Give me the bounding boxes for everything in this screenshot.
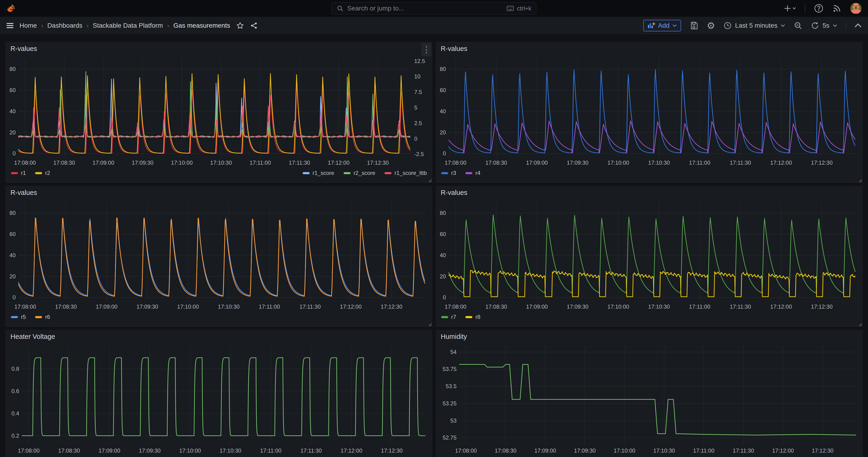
y-axis-tick-label: 52.75	[443, 434, 457, 441]
right-y-axis-tick-label: -2.5	[414, 151, 424, 157]
breadcrumb-dashboard-title[interactable]: Gas measurements	[174, 22, 230, 29]
chart-svg: 17:08:0017:08:3017:09:0017:09:3017:10:00…	[6, 199, 432, 311]
legend-swatch	[35, 316, 42, 318]
y-axis-tick-label: 40	[440, 252, 446, 258]
x-axis-tick-label: 17:08:00	[445, 304, 466, 310]
chart-svg: 17:08:0017:08:3017:09:0017:09:3017:10:00…	[436, 343, 862, 455]
toolbar-divider	[846, 21, 846, 30]
legend-item-r5[interactable]: r5	[11, 314, 26, 320]
y-axis-tick-label: 40	[9, 252, 16, 258]
dashboard-grid: R-values17:08:0017:08:3017:09:0017:09:30…	[6, 42, 862, 457]
help-icon[interactable]	[814, 4, 824, 13]
x-axis-tick-label: 17:10:30	[648, 159, 670, 166]
x-axis-tick-label: 17:11:00	[693, 448, 715, 454]
shortcut-label: ctrl+k	[517, 5, 531, 12]
panel-menu-button[interactable]	[422, 43, 431, 57]
panel-resize-handle[interactable]	[859, 323, 862, 326]
legend-item-r2_score[interactable]: r2_score	[344, 170, 375, 176]
panel-chart[interactable]: 17:08:0017:08:3017:09:0017:09:3017:10:00…	[6, 199, 432, 312]
zoom-out-time-icon[interactable]	[794, 21, 802, 30]
panel-chart[interactable]: 17:08:0017:08:3017:09:0017:09:3017:10:00…	[436, 55, 862, 168]
y-axis-tick-label: 53.5	[445, 383, 457, 389]
x-axis-tick-label: 17:11:00	[260, 448, 281, 454]
top-bar: Search or jump to... ctrl+k	[0, 0, 868, 17]
y-axis-tick-label: 80	[440, 66, 446, 72]
refresh-interval-label: 5s	[823, 22, 829, 29]
legend-item-r2[interactable]: r2	[35, 170, 50, 176]
legend-item-r8[interactable]: r8	[465, 314, 480, 320]
panel-0-r-values: R-values17:08:0017:08:3017:09:0017:09:30…	[6, 42, 432, 183]
kiosk-chevron-up-icon[interactable]	[855, 23, 862, 28]
legend-item-r1_score_lttb[interactable]: r1_score_lttb	[384, 170, 427, 176]
x-axis-tick-label: 17:09:30	[139, 448, 160, 454]
panel-chart[interactable]: 17:08:0017:08:3017:09:0017:09:3017:10:00…	[436, 199, 862, 312]
y-axis-tick-label: 0.2	[11, 433, 19, 439]
panel-4-heater-voltage: Heater Voltage17:08:0017:08:3017:09:0017…	[6, 330, 432, 457]
x-axis-tick-label: 17:10:00	[608, 304, 629, 310]
x-axis-tick-label: 17:09:30	[567, 304, 588, 310]
x-axis-tick-label: 17:08:30	[53, 159, 75, 166]
dashboard-settings-gear-icon[interactable]: ⚙	[707, 20, 715, 31]
breadcrumb-separator: ›	[87, 22, 89, 29]
y-axis-tick-label: 0.6	[11, 388, 19, 394]
breadcrumb-home[interactable]: Home	[20, 22, 37, 29]
series-line-r8	[448, 271, 855, 297]
x-axis-tick-label: 17:08:00	[455, 448, 477, 454]
y-axis-tick-label: 20	[440, 129, 446, 135]
legend-item-r1_score[interactable]: r1_score	[303, 170, 334, 176]
panel-legend: r3r4	[436, 168, 862, 183]
x-axis-tick-label: 17:11:30	[730, 304, 751, 310]
legend-item-r3[interactable]: r3	[441, 170, 456, 176]
news-rss-icon[interactable]	[832, 4, 841, 13]
y-axis-tick-label: 80	[440, 210, 446, 216]
panel-title[interactable]: R-values	[10, 45, 37, 53]
legend-item-r6[interactable]: r6	[35, 314, 50, 320]
panel-legend: r5r6	[6, 312, 432, 327]
panel-chart[interactable]: 17:08:0017:08:3017:09:0017:09:3017:10:00…	[6, 343, 432, 456]
x-axis-tick-label: 17:10:30	[218, 304, 240, 310]
legend-item-r7[interactable]: r7	[441, 314, 456, 320]
refresh-picker[interactable]: 5s	[811, 21, 837, 30]
add-panel-button[interactable]: Add	[643, 20, 681, 31]
breadcrumb-folder[interactable]: Stackable Data Platform	[93, 22, 163, 29]
mega-menu-button[interactable]	[6, 22, 13, 29]
legend-label: r7	[451, 314, 456, 320]
panel-title[interactable]: Heater Voltage	[10, 333, 55, 340]
x-axis-tick-label: 17:11:30	[730, 159, 751, 166]
x-axis-tick-label: 17:10:30	[210, 159, 232, 166]
breadcrumb-dashboards[interactable]: Dashboards	[47, 22, 82, 29]
panel-resize-handle[interactable]	[428, 323, 431, 326]
user-avatar[interactable]	[850, 3, 862, 14]
panel-chart[interactable]: 17:08:0017:08:3017:09:0017:09:3017:10:00…	[436, 343, 862, 456]
search-input[interactable]: Search or jump to... ctrl+k	[332, 2, 536, 14]
x-axis-tick-label: 17:10:00	[614, 448, 635, 454]
x-axis-tick-label: 17:09:00	[534, 448, 556, 454]
share-icon[interactable]	[250, 22, 258, 30]
legend-swatch	[384, 172, 392, 174]
x-axis-tick-label: 17:08:30	[485, 159, 507, 166]
panel-chart[interactable]: 17:08:0017:08:3017:09:0017:09:3017:10:00…	[6, 55, 432, 168]
legend-group-right: r1_scorer2_scorer1_score_lttb	[303, 170, 427, 176]
panel-resize-handle[interactable]	[428, 179, 431, 182]
x-axis-tick-label: 17:09:30	[567, 159, 588, 166]
favorite-star-icon[interactable]	[236, 22, 244, 30]
x-axis-tick-label: 17:09:30	[136, 304, 158, 310]
right-y-axis-tick-label: 2.5	[414, 120, 422, 126]
legend-item-r1[interactable]: r1	[11, 170, 26, 176]
grafana-logo[interactable]	[6, 3, 17, 14]
y-axis-tick-label: 0.4	[11, 410, 19, 417]
panel-title[interactable]: R-values	[441, 45, 467, 53]
legend-item-r4[interactable]: r4	[465, 170, 480, 176]
save-dashboard-icon[interactable]	[689, 21, 698, 30]
x-axis-tick-label: 17:12:30	[381, 448, 403, 454]
new-menu-button[interactable]	[784, 4, 796, 12]
shortcut-hint: ctrl+k	[506, 5, 531, 12]
series-line-r2_score	[19, 72, 410, 137]
panel-title[interactable]: Humidity	[441, 333, 467, 340]
panel-title[interactable]: R-values	[441, 189, 467, 196]
panel-resize-handle[interactable]	[859, 179, 862, 182]
y-axis-tick-label: 53.25	[443, 400, 457, 406]
panel-5-humidity: Humidity17:08:0017:08:3017:09:0017:09:30…	[436, 330, 862, 457]
time-range-picker[interactable]: Last 5 minutes	[723, 21, 785, 30]
panel-title[interactable]: R-values	[10, 189, 37, 196]
